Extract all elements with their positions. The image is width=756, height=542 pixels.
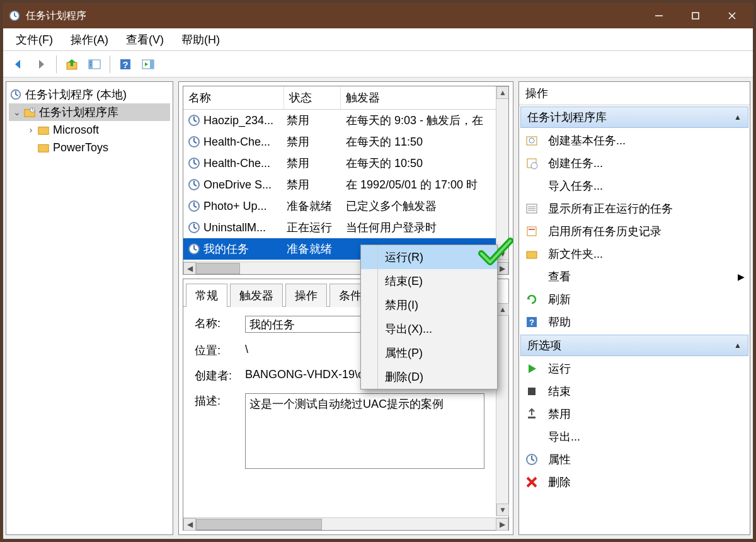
title-bar: 任务计划程序 — [3, 3, 753, 28]
scheduler-icon — [9, 88, 23, 101]
action-end[interactable]: 结束 — [519, 380, 750, 403]
expand-toggle[interactable]: ⌄ — [11, 107, 23, 117]
actions-pane: 操作 任务计划程序库▲ 创建基本任务... 创建任务... 导入任务... 显示… — [518, 81, 750, 535]
clock-icon — [187, 221, 201, 234]
action-enable-history[interactable]: 启用所有任务历史记录 — [519, 220, 750, 243]
actions-header: 操作 — [519, 82, 750, 105]
clock-icon — [187, 199, 201, 213]
svg-rect-54 — [527, 227, 536, 236]
task-row[interactable]: Haozip_234...禁用在每天的 9:03 - 触发后，在 — [183, 110, 496, 131]
cm-delete[interactable]: 删除(D) — [361, 365, 497, 389]
action-view[interactable]: 查看▶ — [519, 265, 750, 288]
up-folder-button[interactable] — [62, 54, 82, 74]
collapse-icon: ▲ — [734, 341, 742, 350]
action-new-folder[interactable]: 新文件夹... — [519, 243, 750, 265]
scroll-up-arrow[interactable]: ▲ — [496, 303, 509, 316]
menu-action[interactable]: 操作(A) — [62, 28, 117, 51]
col-status[interactable]: 状态 — [284, 86, 341, 109]
tree-microsoft[interactable]: › Microsoft — [9, 121, 170, 139]
context-menu: 运行(R) 结束(E) 禁用(I) 导出(X)... 属性(P) 删除(D) — [360, 245, 498, 389]
menu-help[interactable]: 帮助(H) — [173, 28, 229, 51]
tab-general[interactable]: 常规 — [186, 284, 227, 307]
task-row[interactable]: UninstallM...正在运行当任何用户登录时 — [183, 217, 496, 238]
svg-rect-55 — [529, 229, 535, 230]
tree-microsoft-label: Microsoft — [53, 124, 99, 137]
collapse-icon: ▲ — [734, 113, 742, 122]
window-title: 任务计划程序 — [26, 9, 641, 23]
console-tree: 任务计划程序 (本地) ⌄ 任务计划程序库 › Microsoft PowerT… — [6, 81, 173, 535]
action-disable[interactable]: 禁用 — [519, 403, 750, 425]
action-show-running[interactable]: 显示所有正在运行的任务 — [519, 197, 750, 220]
tree-powertoys[interactable]: PowerToys — [9, 139, 170, 156]
menu-file[interactable]: 文件(F) — [7, 28, 62, 51]
toolbar-separator — [110, 55, 110, 73]
scroll-up-arrow[interactable]: ▲ — [496, 86, 509, 99]
scroll-left-arrow[interactable]: ◀ — [183, 518, 196, 531]
scroll-down-arrow[interactable]: ▼ — [496, 504, 509, 516]
back-button[interactable] — [8, 54, 28, 74]
cm-end[interactable]: 结束(E) — [361, 269, 497, 293]
tab-actions[interactable]: 操作 — [285, 284, 327, 307]
label-name: 名称: — [195, 316, 245, 331]
delete-icon — [524, 475, 539, 490]
folder-icon — [37, 141, 50, 154]
svg-text:?: ? — [529, 318, 534, 327]
minimize-button[interactable] — [641, 3, 677, 28]
scroll-right-arrow[interactable]: ▶ — [496, 262, 508, 275]
tree-root[interactable]: 任务计划程序 (本地) — [9, 86, 170, 103]
refresh-icon — [524, 292, 539, 307]
actions-group-library[interactable]: 任务计划程序库▲ — [520, 107, 748, 128]
toolbar: ? — [3, 51, 753, 78]
scroll-left-arrow[interactable]: ◀ — [183, 262, 196, 275]
console-tree-button[interactable] — [84, 54, 105, 74]
cm-properties[interactable]: 属性(P) — [361, 341, 497, 365]
col-trigger[interactable]: 触发器 — [341, 86, 508, 109]
svg-rect-15 — [150, 60, 154, 69]
menu-view[interactable]: 查看(V) — [117, 28, 173, 51]
folder-icon — [524, 246, 539, 262]
input-description[interactable] — [245, 393, 484, 469]
label-description: 描述: — [195, 393, 245, 408]
actions-group-selected[interactable]: 所选项▲ — [520, 335, 748, 356]
scroll-down-arrow[interactable]: ▼ — [496, 248, 509, 260]
action-pane-button[interactable] — [138, 54, 158, 74]
svg-rect-60 — [528, 417, 536, 418]
clock-icon — [524, 452, 539, 467]
tree-library[interactable]: ⌄ 任务计划程序库 — [9, 103, 170, 121]
expand-toggle[interactable]: › — [25, 125, 37, 135]
task-row[interactable]: OneDrive S...禁用在 1992/05/01 的 17:00 时 — [183, 174, 496, 195]
help-icon: ? — [524, 314, 539, 330]
clock-icon — [187, 135, 201, 149]
scroll-right-arrow[interactable]: ▶ — [496, 518, 508, 531]
folder-icon — [23, 105, 37, 119]
col-name[interactable]: 名称 — [183, 86, 284, 109]
action-delete[interactable]: 删除 — [519, 471, 750, 493]
maximize-button[interactable] — [677, 3, 714, 28]
action-help[interactable]: ?帮助 — [519, 311, 750, 333]
vertical-scrollbar[interactable]: ▲ ▼ — [496, 86, 508, 260]
action-create-basic[interactable]: 创建基本任务... — [519, 129, 750, 152]
help-button[interactable]: ? — [115, 54, 135, 74]
tree-library-label: 任务计划程序库 — [39, 105, 118, 120]
svg-rect-10 — [90, 62, 91, 63]
action-refresh[interactable]: 刷新 — [519, 288, 750, 311]
toolbar-separator — [56, 55, 57, 73]
action-export[interactable]: 导出... — [519, 425, 750, 448]
action-import[interactable]: 导入任务... — [519, 175, 750, 197]
play-icon — [524, 361, 539, 376]
action-create-task[interactable]: 创建任务... — [519, 152, 750, 175]
action-properties[interactable]: 属性 — [519, 448, 750, 471]
details-vertical-scrollbar[interactable]: ▲ ▼ — [496, 303, 508, 516]
cm-disable[interactable]: 禁用(I) — [361, 293, 497, 317]
action-run[interactable]: 运行 — [519, 357, 750, 380]
cm-export[interactable]: 导出(X)... — [361, 317, 497, 341]
tab-triggers[interactable]: 触发器 — [230, 284, 283, 307]
cm-run[interactable]: 运行(R) — [361, 245, 497, 269]
task-row[interactable]: Health-Che...禁用在每天的 11:50 — [183, 131, 496, 153]
history-icon — [524, 224, 539, 239]
forward-button[interactable] — [31, 54, 51, 74]
close-button[interactable] — [714, 3, 750, 28]
details-horizontal-scrollbar[interactable]: ◀ ▶ — [183, 517, 508, 530]
task-row[interactable]: Photo+ Up...准备就绪已定义多个触发器 — [183, 195, 496, 217]
task-row[interactable]: Health-Che...禁用在每天的 10:50 — [183, 153, 496, 174]
